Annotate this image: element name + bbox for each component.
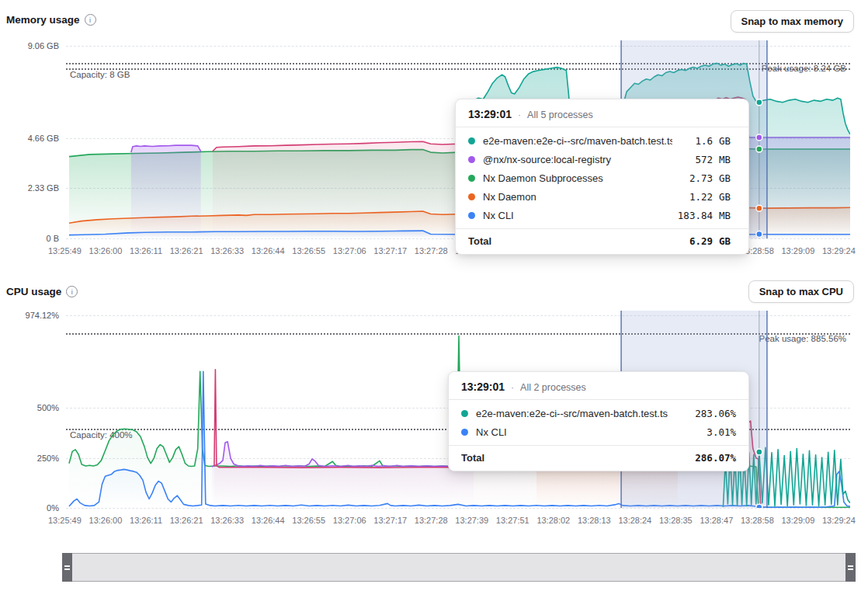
tooltip-process-row: Nx Daemon Subprocesses2.73GB [456,169,748,187]
process-unit: MB [719,154,736,165]
tooltip-header: 13:29:01 · All 2 processes [449,372,748,400]
tooltip-separator: · [518,110,521,120]
process-value: 183.84 [672,210,713,221]
memory-y-tick: 4.66 GB [0,134,59,143]
tooltip-total-row: Total 6.29 GB [456,228,748,254]
x-tick-label: 13:26:33 [210,516,244,525]
process-value: 283.06 [689,408,730,419]
process-value: 3.01 [689,426,730,438]
x-tick-label: 13:28:47 [700,516,733,525]
cpu-x-axis: 13:25:4913:26:0013:26:1113:26:2113:26:33… [48,516,856,525]
brush-handle-left[interactable] [62,553,72,582]
tooltip-total-unit: % [730,452,736,464]
tooltip-separator: · [511,382,514,393]
tooltip-total-label: Total [461,452,689,464]
process-name: Nx CLI [483,210,672,221]
gridline [66,508,850,509]
x-tick-label: 13:26:33 [210,246,244,256]
process-color-dot [468,156,475,163]
process-color-dot [468,175,475,182]
process-color-dot [461,410,468,417]
hover-point-dot [756,231,762,238]
cpu-y-tick: 0% [0,503,59,513]
tooltip-total-label: Total [468,235,672,247]
timeline-brush-track[interactable] [62,553,856,582]
x-tick-label: 13:28:58 [741,516,774,525]
process-name: @nx/nx-source:local-registry [483,154,672,165]
tooltip-header: 13:29:01 · All 5 processes [456,99,748,127]
tooltip-process-row: @nx/nx-source:local-registry572MB [456,150,748,169]
tooltip-total-unit: GB [719,235,736,247]
tooltip-process-row: Nx CLI3.01% [449,422,748,441]
hover-point-dot [756,99,762,106]
x-tick-label: 13:27:51 [496,516,529,525]
process-unit: % [730,408,736,419]
x-tick-label: 13:25:49 [48,246,82,256]
brush-handle-right[interactable] [845,553,856,582]
process-unit: GB [719,172,736,184]
tooltip-time: 13:29:01 [468,108,512,120]
info-icon[interactable]: i [66,286,78,297]
tooltip-process-row: Nx CLI183.84MB [456,206,748,224]
x-tick-label: 13:29:24 [822,516,856,525]
process-value: 2.73 [672,172,713,184]
cpu-section-title: CPU usage i [6,286,78,297]
tooltip-rows: e2e-maven:e2e-ci--src/maven-batch.test.t… [449,400,748,445]
x-tick-label: 13:27:28 [415,516,448,525]
process-color-dot [461,429,468,436]
x-tick-label: 13:29:09 [781,516,814,525]
process-value: 1.22 [672,191,713,203]
cpu-y-tick: 974.12% [0,311,59,320]
process-name: Nx Daemon [483,191,672,203]
cpu-tooltip: 13:29:01 · All 2 processes e2e-maven:e2e… [448,371,749,471]
x-tick-label: 13:27:28 [415,246,448,256]
x-tick-label: 13:26:55 [292,246,325,256]
hover-point-dot [756,146,762,152]
cpu-y-tick: 250% [0,454,59,463]
x-tick-label: 13:27:06 [333,516,366,525]
process-name: e2e-maven:e2e-ci--src/maven-batch.test.t… [483,135,672,147]
x-tick-label: 13:26:11 [130,516,162,525]
process-resource-profiler: Memory usage i Snap to max memory 9.06 G… [0,0,868,591]
process-name: Nx CLI [476,426,689,438]
process-unit: % [730,426,736,438]
x-tick-label: 13:26:11 [130,246,162,256]
tooltip-rows: e2e-maven:e2e-ci--src/maven-batch.test.t… [456,127,748,228]
snap-to-max-cpu-button[interactable]: Snap to max CPU [748,280,854,303]
x-tick-label: 13:25:49 [48,516,82,525]
x-tick-label: 13:26:00 [89,516,123,525]
x-tick-label: 13:27:06 [333,246,366,256]
x-tick-label: 13:26:21 [170,246,203,256]
tooltip-total-value: 286.07 [689,452,730,464]
memory-section-title: Memory usage i [6,14,96,26]
tooltip-time: 13:29:01 [461,381,505,393]
hover-point-dot [756,449,762,455]
memory-y-tick: 0 B [0,234,59,243]
process-value: 572 [672,154,713,165]
x-tick-label: 13:26:44 [252,516,285,525]
x-tick-label: 13:29:24 [822,246,856,256]
x-tick-label: 13:27:39 [455,516,488,525]
cpu-y-tick: 500% [0,403,59,412]
process-name: Nx Daemon Subprocesses [483,172,672,184]
tooltip-process-row: e2e-maven:e2e-ci--src/maven-batch.test.t… [449,404,748,422]
process-color-dot [468,193,475,200]
x-tick-label: 13:27:17 [373,516,407,525]
process-color-dot [468,212,475,219]
tooltip-process-row: e2e-maven:e2e-ci--src/maven-batch.test.t… [456,131,748,150]
tooltip-subtitle: All 2 processes [520,382,586,393]
info-icon[interactable]: i [85,14,96,26]
x-tick-label: 13:29:09 [781,246,814,256]
snap-to-max-memory-button[interactable]: Snap to max memory [731,10,855,33]
tooltip-total-row: Total 286.07 % [449,445,748,471]
x-tick-label: 13:27:17 [373,246,407,256]
tooltip-subtitle: All 5 processes [527,110,593,120]
x-tick-label: 13:28:24 [618,516,651,525]
hover-point-dot [756,205,762,211]
x-tick-label: 13:28:35 [659,516,693,525]
x-tick-label: 13:26:55 [292,516,325,525]
memory-y-tick: 2.33 GB [0,183,59,193]
process-color-dot [468,137,475,144]
x-tick-label: 13:28:13 [578,516,611,525]
process-unit: MB [719,210,736,221]
